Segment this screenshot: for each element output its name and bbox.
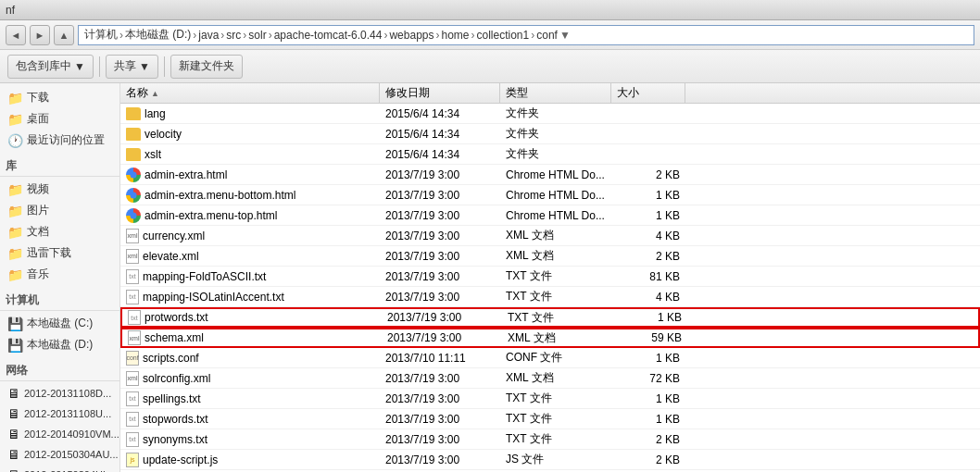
file-size: 2 KB [656, 250, 680, 263]
file-row[interactable]: admin-extra.menu-top.html 2013/7/19 3:00… [120, 205, 980, 226]
file-type: TXT 文件 [506, 431, 552, 447]
file-date-cell: 2013/7/19 3:00 [380, 392, 500, 405]
up-button[interactable]: ▲ [54, 25, 74, 45]
file-name: velocity [144, 128, 182, 141]
path-drive: 本地磁盘 (D:) [125, 27, 191, 43]
sidebar-item-net3[interactable]: 🖥 2012-20140910VM... [0, 424, 119, 444]
file-row[interactable]: admin-extra.menu-bottom.html 2013/7/19 3… [120, 185, 980, 205]
sidebar-item-video[interactable]: 📁 视频 [0, 179, 119, 200]
file-area: 名称 ▲ 修改日期 类型 大小 lang 2015/6/4 14:34 文件夹 [120, 83, 980, 472]
file-row[interactable]: txt mapping-ISOLatinIAccent.txt 2013/7/1… [120, 287, 980, 307]
file-row[interactable]: xml solrconfig.xml 2013/7/19 3:00 XML 文档… [120, 368, 980, 389]
sidebar-item-documents[interactable]: 📁 文档 [0, 221, 119, 242]
xml-icon: xml [126, 229, 139, 243]
file-row[interactable]: txt protwords.txt 2013/7/19 3:00 TXT 文件 … [120, 307, 980, 328]
txt-icon: txt [126, 391, 139, 406]
file-row[interactable]: admin-extra.html 2013/7/19 3:00 Chrome H… [120, 165, 980, 185]
file-size: 1 KB [658, 311, 682, 324]
sidebar-item-downloads[interactable]: 📁 下载 [0, 87, 119, 108]
sidebar-item-drive-d[interactable]: 💾 本地磁盘 (D:) [0, 334, 119, 355]
file-row[interactable]: xml currency.xml 2013/7/19 3:00 XML 文档 4… [120, 226, 980, 246]
file-row[interactable]: txt stopwords.txt 2013/7/19 3:00 TXT 文件 … [120, 409, 980, 429]
sidebar-network: 🖥 2012-20131108D... 🖥 2012-20131108U... … [0, 383, 119, 472]
col-header-date[interactable]: 修改日期 [380, 83, 500, 103]
file-row[interactable]: js update-script.js 2013/7/19 3:00 JS 文件… [120, 450, 980, 470]
file-row[interactable]: txt synonyms.txt 2013/7/19 3:00 TXT 文件 2… [120, 429, 980, 450]
file-row[interactable]: conf scripts.conf 2013/7/10 11:11 CONF 文… [120, 348, 980, 368]
file-date: 2013/7/19 3:00 [385, 433, 459, 446]
sidebar-item-net5[interactable]: 🖥 2012-20150304HL... [0, 465, 119, 472]
file-date: 2013/7/19 3:00 [385, 392, 459, 405]
file-size-cell: 1 KB [611, 352, 685, 365]
file-name: update-script.js [143, 453, 218, 466]
file-row[interactable]: lang 2015/6/4 14:34 文件夹 [120, 104, 980, 124]
forward-button[interactable]: ► [30, 25, 50, 45]
col-header-type[interactable]: 类型 [500, 83, 611, 103]
file-row[interactable]: xslt 2015/6/4 14:34 文件夹 [120, 144, 980, 165]
col-header-name[interactable]: 名称 ▲ [120, 83, 380, 103]
file-row[interactable]: xml elevate.xml 2013/7/19 3:00 XML 文档 2 … [120, 246, 980, 267]
file-size-cell: 4 KB [611, 230, 685, 242]
share-button[interactable]: 共享 ▼ [106, 55, 158, 79]
file-type-cell: Chrome HTML Do... [500, 168, 611, 181]
file-row[interactable]: xml schema.xml 2013/7/19 3:00 XML 文档 59 … [120, 328, 980, 348]
file-size: 72 KB [649, 372, 680, 385]
file-name-cell: txt stopwords.txt [120, 412, 380, 427]
file-size: 1 KB [656, 413, 680, 426]
file-date: 2013/7/19 3:00 [385, 250, 459, 263]
file-name-cell: xml currency.xml [120, 229, 380, 243]
sidebar-item-net4[interactable]: 🖥 2012-20150304AU... [0, 444, 119, 465]
file-name-cell: js update-script.js [120, 453, 380, 467]
sidebar-item-thunder[interactable]: 📁 迅雷下载 [0, 242, 119, 264]
sidebar-item-desktop[interactable]: 📁 桌面 [0, 108, 119, 130]
file-size: 1 KB [656, 189, 680, 202]
file-row[interactable]: txt spellings.txt 2013/7/19 3:00 TXT 文件 … [120, 389, 980, 409]
txt-icon: txt [126, 290, 139, 304]
file-size-cell: 2 KB [611, 433, 685, 446]
file-row[interactable]: velocity 2015/6/4 14:34 文件夹 [120, 124, 980, 144]
network-icon: 🖥 [7, 406, 20, 421]
drive-icon: 💾 [7, 338, 23, 353]
file-name: xslt [144, 148, 161, 161]
file-type-cell: TXT 文件 [502, 310, 613, 326]
path-computer: 计算机 [84, 27, 118, 43]
file-size: 2 KB [656, 433, 680, 446]
file-type: Chrome HTML Do... [506, 209, 605, 222]
col-header-size[interactable]: 大小 [611, 83, 685, 103]
sidebar-item-pictures[interactable]: 📁 图片 [0, 200, 119, 221]
file-name: admin-extra.menu-top.html [144, 209, 277, 222]
file-name-cell: admin-extra.menu-top.html [120, 208, 380, 223]
sidebar-item-recent[interactable]: 🕐 最近访问的位置 [0, 130, 119, 151]
file-type: JS 文件 [506, 452, 544, 467]
sidebar-item-net2[interactable]: 🖥 2012-20131108U... [0, 404, 119, 424]
address-path[interactable]: 计算机 › 本地磁盘 (D:) › java › src › solr › ap… [78, 25, 974, 45]
sidebar-group-computer: 计算机 [0, 289, 119, 311]
file-type-cell: XML 文档 [500, 370, 611, 386]
file-name: solrconfig.xml [143, 372, 210, 385]
sidebar-item-net1[interactable]: 🖥 2012-20131108D... [0, 383, 119, 404]
sidebar-item-music[interactable]: 📁 音乐 [0, 264, 119, 285]
folder-icon: 📁 [7, 91, 23, 106]
file-name-cell: txt mapping-ISOLatinIAccent.txt [120, 290, 380, 304]
sidebar-group-libraries: 库 [0, 155, 119, 177]
chrome-icon [126, 208, 141, 223]
sidebar: 📁 下载 📁 桌面 🕐 最近访问的位置 库 📁 视频 📁 图片 [0, 83, 120, 472]
sidebar-group-network: 网络 [0, 359, 119, 381]
file-date-cell: 2013/7/19 3:00 [380, 250, 500, 263]
back-button[interactable]: ◄ [6, 25, 26, 45]
title-bar: nf [0, 0, 980, 20]
file-date: 2013/7/19 3:00 [385, 270, 459, 283]
sidebar-item-drive-c[interactable]: 💾 本地磁盘 (C:) [0, 313, 119, 334]
file-date: 2013/7/19 3:00 [385, 291, 459, 304]
file-date-cell: 2013/7/19 3:00 [380, 291, 500, 304]
file-date-cell: 2013/7/19 3:00 [380, 413, 500, 426]
file-row[interactable]: txt mapping-FoldToASCII.txt 2013/7/19 3:… [120, 267, 980, 287]
organize-button[interactable]: 包含到库中 ▼ [7, 55, 94, 79]
new-folder-button[interactable]: 新建文件夹 [170, 55, 243, 79]
file-name: currency.xml [143, 230, 205, 242]
file-type-cell: 文件夹 [500, 106, 611, 121]
file-name: synonyms.txt [143, 433, 207, 446]
file-type-cell: TXT 文件 [500, 391, 611, 406]
xml-icon: xml [128, 330, 141, 345]
title-text: nf [6, 4, 15, 17]
